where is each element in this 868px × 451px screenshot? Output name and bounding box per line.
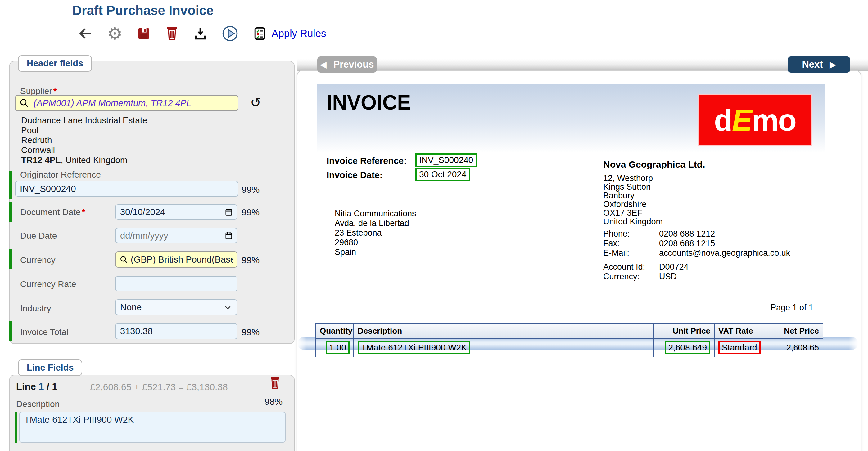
invoice-date-annotation[interactable]: 30 Oct 2024 xyxy=(415,168,470,181)
search-icon xyxy=(120,255,128,264)
column-header-unit-price: Unit Price xyxy=(654,324,715,339)
description-valid-stripe xyxy=(15,412,18,443)
invoice-reference-annotation[interactable]: INV_S000240 xyxy=(415,153,477,167)
invoice-reference-label: Invoice Reference: xyxy=(327,156,407,166)
prev-arrow-icon: ◀ xyxy=(320,61,327,69)
due-date-input[interactable] xyxy=(116,231,224,241)
supplier-input[interactable] xyxy=(29,98,238,108)
table-row-vat-rate-cell: Standard xyxy=(715,339,760,357)
currency-input[interactable] xyxy=(128,255,237,265)
industry-selected-value: None xyxy=(120,302,142,313)
table-row-description-cell: TMate 612TXi PIII900 W2K xyxy=(354,339,654,357)
download-icon[interactable] xyxy=(193,26,207,41)
draft-purchase-invoice-screen: Draft Purchase Invoice ⚙ Apply Rules Hea… xyxy=(0,0,868,451)
toolbar: ⚙ Apply Rules xyxy=(77,24,326,43)
line-amount-summary: £2,608.65 + £521.73 = £3,130.38 xyxy=(90,382,228,392)
previous-page-button[interactable]: ◀ Previous xyxy=(317,57,377,73)
undo-icon[interactable]: ↺ xyxy=(250,95,261,110)
originator-valid-stripe xyxy=(9,171,12,199)
next-label: Next xyxy=(802,59,823,70)
description-annotation[interactable]: TMate 612TXi PIII900 W2K xyxy=(358,341,470,354)
doc-company-name: Nova Geographica Ltd. xyxy=(603,159,705,170)
save-icon[interactable] xyxy=(136,26,151,41)
previous-label: Previous xyxy=(333,59,374,70)
doc-account-details: Account Id:D00724 Currency:USD xyxy=(603,262,688,282)
calendar-icon[interactable] xyxy=(224,208,233,216)
originator-reference-label: Originator Reference xyxy=(20,170,101,180)
apply-rules-icon xyxy=(253,26,267,41)
delete-icon[interactable] xyxy=(165,26,179,41)
invoice-line-table: Quantity Description Unit Price VAT Rate… xyxy=(315,323,823,357)
document-date-valid-stripe xyxy=(9,202,12,222)
currency-rate-label: Currency Rate xyxy=(20,279,76,289)
invoice-total-input[interactable] xyxy=(116,326,237,336)
industry-label: Industry xyxy=(20,303,51,314)
currency-rate-field[interactable] xyxy=(115,276,238,291)
page-indicator: Page 1 of 1 xyxy=(754,303,813,313)
due-date-label: Due Date xyxy=(20,231,57,241)
currency-valid-stripe xyxy=(9,249,12,269)
industry-select[interactable]: None xyxy=(115,299,238,315)
description-label: Description xyxy=(16,399,60,409)
doc-company-address: 12, Westhorp Kings Sutton Banbury Oxford… xyxy=(603,174,663,226)
invoice-doc-title: INVOICE xyxy=(327,91,411,114)
description-textarea[interactable]: TMate 612TXi PIII900 W2K xyxy=(19,412,286,443)
preview-nav-strip xyxy=(297,59,868,71)
vat-rate-annotation[interactable]: Standard xyxy=(718,341,761,354)
table-row-net-price-cell: 2,608.65 xyxy=(760,339,823,357)
next-page-button[interactable]: Next ▶ xyxy=(787,57,850,73)
unit-price-annotation[interactable]: 2,608.649 xyxy=(665,341,710,354)
column-header-vat-rate: VAT Rate xyxy=(715,324,760,339)
table-row-quantity-cell: 1.00 xyxy=(316,339,354,357)
next-arrow-icon: ▶ xyxy=(830,61,836,69)
currency-label: Currency xyxy=(20,255,56,265)
description-confidence: 98% xyxy=(265,397,282,407)
chevron-down-icon xyxy=(223,303,232,312)
originator-reference-field[interactable] xyxy=(15,181,239,197)
invoice-total-valid-stripe xyxy=(9,321,12,342)
line-fields-panel-title: Line Fields xyxy=(18,359,82,376)
delete-line-icon[interactable] xyxy=(269,376,281,390)
gear-icon[interactable]: ⚙ xyxy=(107,25,122,42)
document-date-input[interactable] xyxy=(116,207,224,217)
doc-supplier-address: Nitia Communications Avda. de la Liberta… xyxy=(335,209,416,257)
originator-reference-input[interactable] xyxy=(16,184,238,194)
search-icon xyxy=(19,98,29,108)
quantity-annotation[interactable]: 1.00 xyxy=(326,341,350,354)
table-row-unit-price-cell: 2,608.649 xyxy=(654,339,715,357)
line-counter: Line 1 / 1 xyxy=(16,381,57,392)
invoice-total-label: Invoice Total xyxy=(20,327,68,337)
document-date-field[interactable] xyxy=(115,204,238,220)
column-header-quantity: Quantity xyxy=(316,324,354,339)
supplier-field[interactable] xyxy=(15,95,239,111)
invoice-total-confidence: 99% xyxy=(242,327,259,337)
document-date-label: Document Date* xyxy=(20,207,85,217)
header-fields-panel-title: Header fields xyxy=(18,55,92,72)
document-date-confidence: 99% xyxy=(242,207,259,218)
apply-rules-label: Apply Rules xyxy=(271,28,326,39)
column-header-net-price: Net Price xyxy=(760,324,823,339)
apply-rules-button[interactable]: Apply Rules xyxy=(253,26,326,41)
originator-confidence: 99% xyxy=(242,185,259,195)
page-title: Draft Purchase Invoice xyxy=(72,3,214,18)
currency-field[interactable] xyxy=(115,251,238,267)
column-header-description: Description xyxy=(354,324,654,339)
currency-confidence: 99% xyxy=(242,255,259,265)
due-date-field[interactable] xyxy=(115,228,238,243)
net-price-value: 2,608.65 xyxy=(786,343,819,353)
calendar-icon[interactable] xyxy=(224,231,233,240)
doc-contact-details: Phone:0208 688 1212 Fax:0208 688 1215 E-… xyxy=(603,229,790,258)
invoice-total-field[interactable] xyxy=(115,323,238,339)
invoice-date-label: Invoice Date: xyxy=(327,170,383,180)
play-icon[interactable] xyxy=(222,25,239,42)
demo-logo: dEmo xyxy=(698,94,812,146)
supplier-address: Dudnance Lane Industrial Estate Pool Red… xyxy=(21,116,147,165)
back-icon[interactable] xyxy=(77,26,93,41)
currency-rate-input[interactable] xyxy=(116,279,237,289)
